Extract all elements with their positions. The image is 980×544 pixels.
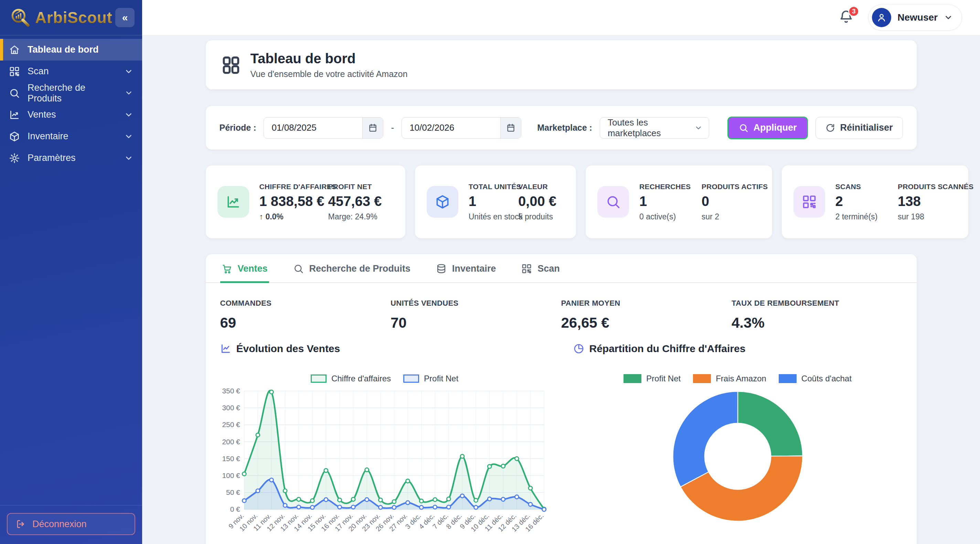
avatar <box>872 8 891 27</box>
logout-label: Déconnexion <box>32 519 87 530</box>
logo-row: ArbiScout « <box>0 0 142 35</box>
arbiscout-logo-icon <box>9 6 32 29</box>
refresh-icon <box>826 123 835 133</box>
main-area: 3 Newuser Tableau de bord Vue d'ensemble… <box>142 0 980 544</box>
chevron-down-icon <box>124 89 133 98</box>
tab-scan[interactable]: Scan <box>520 254 561 283</box>
marketplace-label: Marketplace : <box>537 123 592 133</box>
chart-icon <box>9 109 20 121</box>
chevron-down-icon <box>124 110 133 119</box>
date-from-input[interactable]: 01/08/2025 <box>264 117 383 139</box>
sidebar-item-inventaire[interactable]: Inventaire <box>0 125 142 147</box>
svg-text:0 €: 0 € <box>230 505 240 513</box>
stat-metric: PRODUITS ACTIFS 0 sur 2 <box>702 182 760 222</box>
line-chart-title: Évolution des Ventes <box>220 343 549 355</box>
qr-icon <box>521 263 532 274</box>
date-from-value: 01/08/2025 <box>264 117 362 138</box>
chevron-down-icon <box>124 132 133 141</box>
date-separator: - <box>391 122 394 133</box>
logout-button[interactable]: Déconnexion <box>7 513 135 535</box>
tab-ventes[interactable]: Ventes <box>220 254 269 283</box>
pie-chart-icon <box>573 343 584 354</box>
gear-icon <box>9 153 20 164</box>
reset-button[interactable]: Réinitialiser <box>816 117 902 139</box>
user-icon <box>876 12 887 23</box>
kpi-taux-de-remboursement: TAUX DE REMBOURSEMENT 4.3% <box>732 299 902 331</box>
revenue-donut-chart <box>669 387 807 525</box>
qr-icon <box>9 66 20 77</box>
db-icon <box>436 263 447 274</box>
sidebar-item-label: Scan <box>27 66 49 77</box>
home-icon <box>9 44 20 56</box>
marketplace-value: Toutes les marketplaces <box>608 117 694 139</box>
svg-text:150 €: 150 € <box>222 455 240 463</box>
chevron-down-icon <box>124 67 133 76</box>
sales-evolution-section: Évolution des Ventes Chiffre d'affaires … <box>220 343 549 544</box>
kpi-unit-s-vendues: UNITÉS VENDUES 70 <box>391 299 561 331</box>
legend-swatch <box>779 374 797 383</box>
qr-icon <box>794 186 825 218</box>
date-to-input[interactable]: 10/02/2026 <box>402 117 521 139</box>
svg-text:200 €: 200 € <box>222 438 240 446</box>
sales-line-chart: 0 €50 €100 €150 €200 €250 €300 €350 €9 n… <box>220 386 549 544</box>
trend-icon <box>218 186 249 218</box>
legend-swatch <box>624 374 641 383</box>
svg-text:250 €: 250 € <box>222 420 240 428</box>
legend-swatch <box>693 374 711 383</box>
stat-card-3: SCANS 2 2 terminé(s) PRODUITS SCANNÉS 13… <box>782 165 969 238</box>
notification-badge: 3 <box>848 6 859 17</box>
sidebar-item-ventes[interactable]: Ventes <box>0 104 142 125</box>
stat-metric: VALEUR 0,00 € 5 produits <box>518 182 564 222</box>
stats-row: CHIFFRE D'AFFAIRES 1 838,58 € ↑ 0.0% PRO… <box>206 165 917 238</box>
date-to-value: 10/02/2026 <box>402 117 500 138</box>
topbar: 3 Newuser <box>142 0 980 35</box>
sidebar-item-label: Inventaire <box>27 131 68 142</box>
overview-card: Ventes Recherche de Produits Inventaire … <box>206 254 917 544</box>
tab-recherche-de-produits[interactable]: Recherche de Produits <box>292 254 412 283</box>
chevron-down-icon <box>124 154 133 163</box>
search-icon <box>9 88 20 99</box>
stat-card-2: RECHERCHES 1 0 active(s) PRODUITS ACTIFS… <box>585 165 772 238</box>
marketplace-select[interactable]: Toutes les marketplaces <box>600 117 709 139</box>
notifications-button[interactable]: 3 <box>838 9 855 26</box>
stat-metric: PRODUITS SCANNÉS 138 sur 198 <box>898 182 956 222</box>
svg-text:100 €: 100 € <box>222 471 240 479</box>
charts-row: Évolution des Ventes Chiffre d'affaires … <box>206 333 917 544</box>
filters-card: Période : 01/08/2025 - 10/02/2026 Market… <box>206 106 917 149</box>
sidebar-item-scan[interactable]: Scan <box>0 60 142 82</box>
stat-card-1: TOTAL UNITÉS 1 Unités en stock VALEUR 0,… <box>415 165 576 238</box>
svg-text:350 €: 350 € <box>222 387 240 395</box>
logout-section: Déconnexion <box>0 505 142 544</box>
chevron-down-icon <box>694 124 703 132</box>
stat-metric: CHIFFRE D'AFFAIRES 1 838,58 € ↑ 0.0% <box>259 182 325 222</box>
donut-chart-title: Répartition du Chiffre d'Affaires <box>573 343 902 355</box>
app-name: ArbiScout <box>35 8 112 27</box>
calendar-icon[interactable] <box>500 117 521 138</box>
sidebar-item-param-tres[interactable]: Paramètres <box>0 147 142 169</box>
search-icon <box>739 123 748 133</box>
legend-item: Frais Amazon <box>693 374 766 384</box>
sidebar-item-label: Paramètres <box>27 153 76 163</box>
kpi-commandes: COMMANDES 69 <box>220 299 391 331</box>
page-content: Tableau de bord Vue d'ensemble de votre … <box>142 35 980 544</box>
calendar-icon[interactable] <box>362 117 383 138</box>
stat-metric: SCANS 2 2 terminé(s) <box>835 182 894 222</box>
tabs: Ventes Recherche de Produits Inventaire … <box>206 254 917 283</box>
sidebar-item-tableau-de-bord[interactable]: Tableau de bord <box>0 39 142 60</box>
line-chart-legend: Chiffre d'affaires Profit Net <box>220 374 549 384</box>
sidebar-item-label: Tableau de bord <box>27 44 99 55</box>
search-icon <box>293 263 304 274</box>
kpi-panier-moyen: PANIER MOYEN 26,65 € <box>561 299 732 331</box>
page-header-card: Tableau de bord Vue d'ensemble de votre … <box>206 40 917 89</box>
stat-card-0: CHIFFRE D'AFFAIRES 1 838,58 € ↑ 0.0% PRO… <box>206 165 405 238</box>
user-menu[interactable]: Newuser <box>868 5 962 31</box>
sidebar-item-recherche-de-produits[interactable]: Recherche de Produits <box>0 82 142 104</box>
svg-text:50 €: 50 € <box>226 488 240 496</box>
user-name: Newuser <box>897 12 938 23</box>
legend-swatch <box>403 374 419 383</box>
legend-swatch <box>311 374 326 383</box>
tab-inventaire[interactable]: Inventaire <box>434 254 498 283</box>
sidebar-item-label: Ventes <box>27 109 56 120</box>
apply-button[interactable]: Appliquer <box>727 117 808 139</box>
sidebar-collapse-button[interactable]: « <box>115 8 135 27</box>
